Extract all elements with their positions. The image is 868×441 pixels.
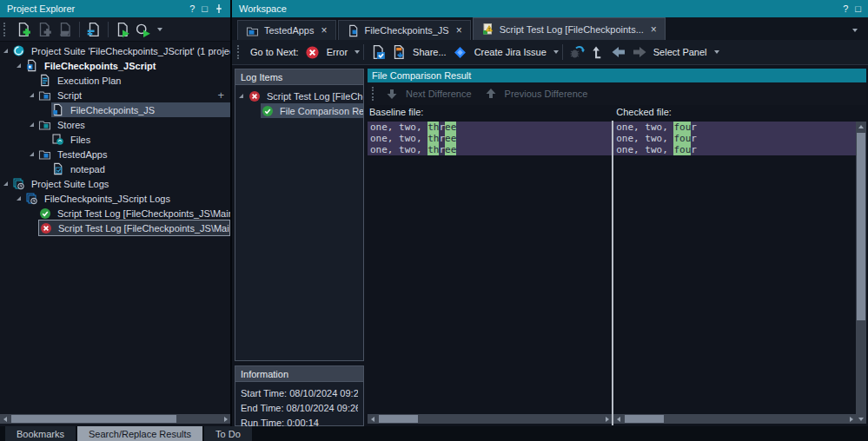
maximize-icon[interactable]: □ — [202, 3, 208, 14]
bottom-tab-bookmarks[interactable]: Bookmarks — [5, 426, 76, 441]
checked-file-label: Checked file: — [616, 107, 672, 117]
expander-icon[interactable] — [17, 63, 21, 68]
log-tree-item[interactable]: File Comparison Resul... — [235, 103, 363, 118]
bottom-tab-to-do[interactable]: To Do — [204, 426, 252, 441]
toolbar-grip[interactable] — [3, 23, 9, 36]
project-tree-item-label: Script Test Log [FileCheckpoints_JS\Main… — [56, 222, 229, 234]
tab-close-icon[interactable]: × — [456, 24, 462, 36]
project-explorer-hscrollbar[interactable] — [0, 414, 230, 424]
information-row: End Time: 08/10/2024 09:26 — [241, 401, 358, 416]
tab-label: TestedApps — [264, 25, 314, 36]
back-icon[interactable] — [608, 43, 629, 62]
organize-tests-icon[interactable] — [83, 20, 104, 39]
error-filter-label[interactable]: Error — [327, 47, 348, 57]
run-selected-icon[interactable] — [133, 20, 154, 39]
expander-icon[interactable] — [30, 152, 34, 156]
folder-testedapps-icon — [38, 148, 51, 161]
expander-icon[interactable] — [17, 196, 21, 201]
tab-close-icon[interactable]: × — [321, 24, 327, 36]
project-tree-item[interactable]: Stores — [0, 117, 230, 132]
toolbar-grip[interactable] — [237, 45, 242, 59]
bottom-tabbar: BookmarksSearch/Replace ResultsTo Do — [0, 426, 868, 441]
project-tree-item-label: Project Suite Logs — [29, 178, 111, 190]
diff-line: one, two, three — [368, 144, 612, 155]
diff-changed-text: ee — [445, 133, 456, 144]
diff-text: r — [691, 122, 697, 133]
previous-difference-button[interactable]: Previous Difference — [505, 89, 588, 99]
pin-icon[interactable] — [215, 3, 223, 14]
checked-diff-lines: one, two, fourone, two, fourone, two, fo… — [613, 122, 856, 155]
diff-changed-text: th — [427, 133, 439, 144]
export-log-icon[interactable] — [388, 43, 409, 62]
toolbar-grip[interactable] — [372, 87, 377, 101]
create-jira-issue-button[interactable]: Create Jira Issue — [474, 47, 547, 57]
debug-jump-icon[interactable] — [567, 43, 587, 62]
project-tree-item[interactable]: FileCheckpoints_JScript Logs — [0, 191, 230, 206]
project-tree-item[interactable]: Execution Plan — [0, 73, 230, 88]
information-header: Information — [235, 366, 363, 382]
tab-close-icon[interactable]: × — [651, 23, 657, 36]
diff-text: one, two, — [616, 144, 673, 155]
jira-icon[interactable] — [450, 43, 471, 62]
checked-hscrollbar[interactable] — [613, 414, 856, 424]
project-tree-item[interactable]: FileCheckpoints_JS — [0, 102, 230, 117]
expander-icon[interactable] — [30, 93, 34, 97]
baseline-hscrollbar[interactable] — [368, 414, 612, 424]
project-tree-item[interactable]: Project Suite Logs — [0, 176, 230, 191]
diff-changed-text: fou — [673, 122, 691, 133]
select-panel-button[interactable]: Select Panel — [653, 47, 707, 57]
checked-vscrollbar[interactable] — [856, 122, 866, 424]
workspace-tab-inactive[interactable]: FileCheckpoints_JS× — [338, 20, 471, 40]
log-passed-icon — [38, 207, 51, 220]
folder-stores-icon — [38, 118, 51, 131]
jira-caret-icon[interactable] — [553, 50, 559, 54]
workspace-header: Workspace ? □ — [232, 0, 868, 17]
project-tree-item[interactable]: notepad — [0, 161, 230, 176]
add-script-unit-button[interactable]: + — [217, 89, 224, 102]
share-button[interactable]: Share... — [413, 47, 447, 57]
add-project-suite-icon[interactable] — [13, 20, 34, 39]
tab-list-dropdown-icon[interactable] — [852, 29, 858, 32]
log-tree-item-label: File Comparison Resul... — [277, 105, 363, 117]
baseline-file-label: Baseline file: — [369, 107, 423, 117]
project-tree-item-label: FileCheckpoints_JS — [68, 104, 157, 116]
project-tree-item[interactable]: Script Test Log [FileCheckpoints_JS\Main… — [0, 206, 230, 220]
previous-difference-icon[interactable] — [480, 84, 501, 103]
project-tree-item[interactable]: Project Suite 'FileCheckpoints_JScript' … — [0, 43, 230, 58]
next-difference-icon[interactable] — [381, 84, 402, 103]
log-success-icon — [261, 104, 274, 117]
baseline-file-pane[interactable]: one, two, threeone, two, threeone, two, … — [368, 121, 612, 425]
expander-icon[interactable] — [3, 49, 8, 53]
expander-icon[interactable] — [3, 181, 8, 186]
script-tab-icon — [347, 24, 360, 37]
help-icon[interactable]: ? — [189, 3, 195, 14]
error-filter-icon[interactable] — [302, 43, 323, 62]
project-tree-item-label: notepad — [68, 163, 108, 175]
test-details-icon[interactable] — [368, 43, 388, 62]
run-selected-icon-caret[interactable] — [157, 28, 162, 31]
expander-icon[interactable] — [239, 94, 243, 98]
forward-icon[interactable] — [629, 43, 650, 62]
log-items-tree: Script Test Log [FileCheck...File Compar… — [235, 85, 363, 118]
project-tree-item[interactable]: Script+ — [0, 88, 230, 102]
up-level-icon[interactable] — [587, 43, 608, 62]
project-tree-item[interactable]: Script Test Log [FileCheckpoints_JS\Main… — [0, 220, 230, 235]
expander-icon[interactable] — [30, 122, 34, 127]
diff-changed-text: ee — [445, 122, 456, 133]
maximize-icon[interactable]: □ — [855, 3, 861, 14]
select-panel-caret-icon[interactable] — [714, 50, 719, 54]
project-tree-item[interactable]: Files — [0, 132, 230, 147]
error-filter-caret-icon[interactable] — [354, 50, 360, 54]
help-icon[interactable]: ? — [843, 3, 848, 14]
project-explorer-panel: Project Explorer ? □ Project Suite 'File… — [0, 0, 232, 426]
checked-file-pane[interactable]: one, two, fourone, two, fourone, two, fo… — [613, 121, 866, 425]
next-difference-button[interactable]: Next Difference — [406, 89, 472, 99]
workspace-tab-active[interactable]: Script Test Log [FileCheckpoints...× — [473, 17, 666, 40]
workspace-tab-inactive[interactable]: TestedApps× — [237, 20, 336, 40]
file-labels-row: Baseline file: Checked file: — [368, 105, 866, 121]
project-tree-item[interactable]: TestedApps — [0, 147, 230, 161]
run-project-icon[interactable] — [112, 20, 133, 39]
log-tree-item[interactable]: Script Test Log [FileCheck... — [235, 89, 363, 103]
project-tree-item[interactable]: FileCheckpoints_JScript — [0, 58, 230, 73]
bottom-tab-search-replace-results[interactable]: Search/Replace Results — [77, 426, 202, 441]
